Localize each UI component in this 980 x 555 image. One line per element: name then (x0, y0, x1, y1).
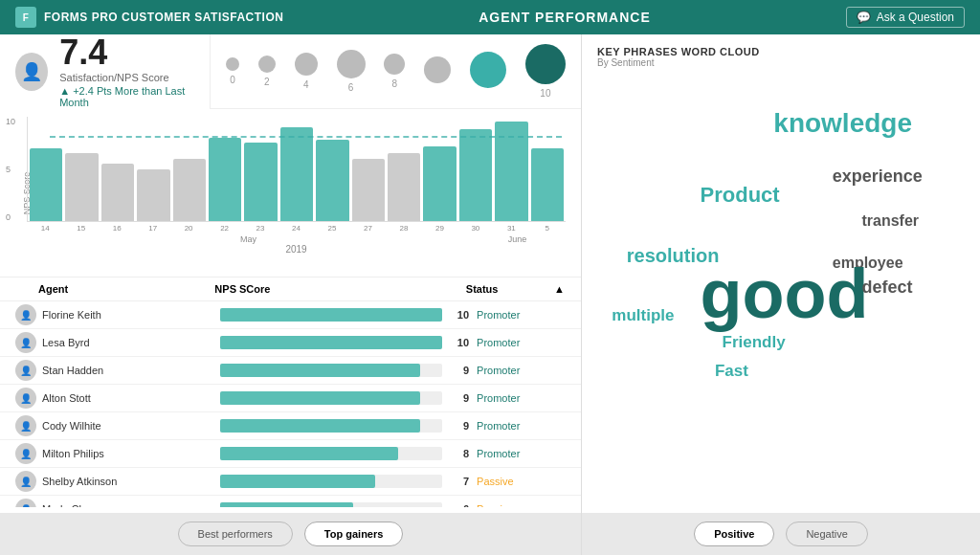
x-label: 20 (172, 224, 205, 233)
main-content: 👤 7.4 Satisfaction/NPS Score ▲ +2.4 Pts … (0, 34, 980, 555)
nps-bar-container (220, 364, 442, 377)
bubble-6: 6 (337, 50, 366, 93)
positive-button[interactable]: Positive (694, 522, 774, 546)
word-cloud-word[interactable]: transfer (861, 212, 919, 230)
table-row[interactable]: 👤 Florine Keith 10 Promoter (0, 301, 581, 329)
score-value: 7.4 (59, 35, 194, 70)
score-label: Satisfaction/NPS Score (59, 72, 194, 83)
nps-bar-fill (220, 502, 353, 507)
chart-bar (244, 143, 277, 221)
word-cloud-word[interactable]: multiple (612, 306, 674, 325)
app-header: F FORMS PRO CUSTOMER SATISFACTION AGENT … (0, 0, 980, 34)
status-text: Passive (469, 476, 566, 487)
word-cloud-word[interactable]: knowledge (773, 108, 912, 139)
bubble-8: 8 (384, 54, 405, 89)
chart-bar (209, 138, 241, 221)
chat-icon: 💬 (857, 11, 871, 24)
x-label: 17 (136, 224, 168, 233)
avatar: 👤 (15, 53, 48, 91)
nps-bar-container (220, 447, 442, 460)
agent-avatar: 👤 (15, 471, 36, 492)
word-cloud-title: KEY PHRASES WORD CLOUD (597, 46, 965, 57)
status-text: Promoter (469, 448, 566, 459)
x-labels: 14151617202223242527282930315 (27, 222, 566, 234)
agent-name: Stan Hadden (42, 365, 220, 376)
chart-bar (101, 164, 134, 221)
x-label: 31 (495, 224, 527, 233)
ask-question-button[interactable]: 💬 Ask a Question (846, 7, 965, 28)
agent-table: Agent NPS SCore Status ▲ 👤 Florine Keith… (0, 277, 581, 513)
chart-bar (459, 129, 492, 221)
app-title-area: F FORMS PRO CUSTOMER SATISFACTION (15, 7, 283, 28)
bottom-bar-left: Best performers Top gainers (0, 513, 581, 555)
nps-bar-container (220, 475, 442, 488)
app-logo: F (15, 7, 36, 28)
nps-score: 9 (446, 420, 469, 432)
agent-avatar: 👤 (15, 443, 36, 464)
word-cloud-word[interactable]: good (701, 255, 869, 333)
negative-button[interactable]: Negative (786, 522, 867, 546)
word-cloud-word[interactable]: Fast (715, 362, 748, 381)
nps-score: 6 (446, 503, 469, 507)
bubble-2: 2 (258, 56, 276, 87)
table-row[interactable]: 👤 Shelby Atkinson 7 Passive (0, 468, 581, 496)
bubble-y (470, 52, 506, 92)
status-text: Promoter (469, 420, 566, 432)
score-info: 7.4 Satisfaction/NPS Score ▲ +2.4 Pts Mo… (59, 35, 194, 108)
agent-name: Shelby Atkinson (42, 476, 220, 487)
chart-bar (316, 140, 348, 221)
x-label: 24 (279, 224, 312, 233)
word-cloud-word[interactable]: Friendly (723, 333, 786, 352)
chart-bar (137, 169, 169, 222)
x-label: 28 (388, 224, 420, 233)
x-label: 29 (423, 224, 456, 233)
page-title: AGENT PERFORMANCE (479, 10, 651, 25)
nps-bar-fill (220, 308, 442, 322)
agent-name: Florine Keith (42, 309, 220, 321)
nps-bar-fill (220, 391, 420, 405)
score-change: ▲ +2.4 Pts More than Last Month (59, 85, 194, 108)
x-label: 27 (351, 224, 384, 233)
nps-bar-container (220, 308, 442, 322)
bubble-0: 0 (226, 57, 239, 85)
nps-chart: NPS Score 10 5 0 14151617202223242527282… (0, 109, 581, 277)
agent-avatar: 👤 (15, 360, 36, 381)
nps-bar-container (220, 391, 442, 405)
word-cloud-section: KEY PHRASES WORD CLOUD By Sentiment know… (582, 34, 980, 513)
nps-bar-fill (220, 419, 420, 433)
table-row[interactable]: 👤 Alton Stott 9 Promoter (0, 385, 581, 412)
agent-avatar: 👤 (15, 415, 36, 436)
ask-question-label: Ask a Question (877, 11, 954, 24)
nps-bar-fill (220, 447, 398, 460)
status-text: Promoter (469, 392, 566, 404)
best-performers-button[interactable]: Best performers (178, 522, 293, 546)
agent-rows[interactable]: 👤 Florine Keith 10 Promoter 👤 Lesa Byrd … (0, 301, 581, 507)
x-label: 16 (100, 224, 133, 233)
nps-score: 7 (446, 476, 469, 487)
status-text: Passive (469, 503, 566, 507)
col-header-status: Status (458, 283, 554, 295)
chart-bar (173, 159, 206, 221)
nps-bar-fill (220, 475, 376, 488)
table-row[interactable]: 👤 Milton Philips 8 Promoter (0, 440, 581, 468)
x-label: 5 (531, 224, 564, 233)
table-row[interactable]: 👤 Lesa Byrd 10 Promoter (0, 329, 581, 357)
top-gainers-button[interactable]: Top gainers (304, 522, 404, 546)
word-cloud-word[interactable]: defect (861, 278, 912, 298)
y-labels: 10 5 0 (6, 117, 15, 222)
chart-bar (65, 153, 98, 221)
table-row[interactable]: 👤 Marla Chan 6 Passive (0, 496, 581, 507)
word-cloud-subtitle: By Sentiment (597, 57, 965, 68)
nps-score: 9 (446, 392, 469, 404)
agent-name: Cody Wilhite (42, 420, 220, 432)
nps-bar-container (220, 419, 442, 433)
x-label: 25 (316, 224, 348, 233)
nps-score: 8 (446, 448, 469, 459)
x-label: 15 (64, 224, 97, 233)
word-cloud-word[interactable]: experience (833, 166, 923, 187)
period-labels: May June (31, 234, 566, 244)
word-cloud-word[interactable]: Product (701, 183, 780, 208)
table-row[interactable]: 👤 Stan Hadden 9 Promoter (0, 357, 581, 385)
table-row[interactable]: 👤 Cody Wilhite 9 Promoter (0, 412, 581, 440)
chart-bar (30, 148, 62, 221)
